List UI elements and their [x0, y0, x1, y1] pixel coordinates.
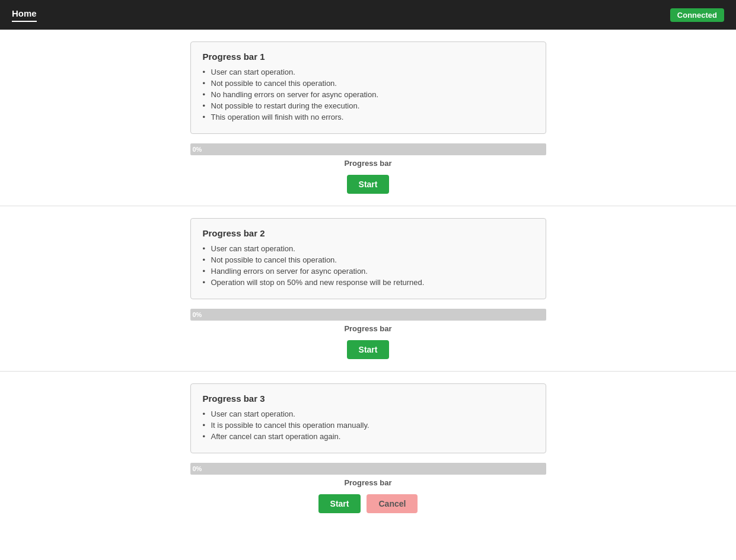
list-item: After cancel can start operation again. [203, 432, 534, 441]
list-item: Not possible to cancel this operation. [203, 79, 534, 88]
bullet-list-2: User can start operation. Not possible t… [203, 244, 534, 287]
progress-text-2: Progress bar [190, 324, 546, 333]
section-progress-bar-2: Progress bar 2 User can start operation.… [184, 218, 552, 359]
section-title-3: Progress bar 3 [203, 393, 534, 404]
home-nav-link[interactable]: Home [12, 8, 37, 22]
progress-percent-1: 0% [193, 146, 202, 153]
bullet-list-3: User can start operation. It is possible… [203, 409, 534, 441]
button-row-2: Start [190, 340, 546, 359]
button-row-3: Start Cancel [190, 494, 546, 513]
section-progress-bar-3: Progress bar 3 User can start operation.… [184, 383, 552, 513]
section-title-2: Progress bar 2 [203, 228, 534, 238]
info-card-1: Progress bar 1 User can start operation.… [190, 41, 546, 134]
start-button-3[interactable]: Start [318, 494, 361, 513]
separator-1 [0, 206, 736, 206]
progress-text-3: Progress bar [190, 478, 546, 487]
progress-track-1: 0% [190, 143, 546, 155]
progress-bar-3: 0% [190, 463, 546, 475]
list-item: Not possible to cancel this operation. [203, 255, 534, 264]
progress-track-3: 0% [190, 463, 546, 475]
list-item: User can start operation. [203, 68, 534, 76]
list-item: Operation will stop on 50% and new respo… [203, 278, 534, 287]
info-card-2: Progress bar 2 User can start operation.… [190, 218, 546, 299]
connected-badge: Connected [670, 8, 724, 22]
list-item: No handling errors on server for async o… [203, 90, 534, 99]
list-item: Not possible to restart during the execu… [203, 101, 534, 110]
button-row-1: Start [190, 175, 546, 194]
start-button-1[interactable]: Start [347, 175, 390, 194]
main-content: Progress bar 1 User can start operation.… [0, 30, 736, 531]
list-item: User can start operation. [203, 409, 534, 418]
bullet-list-1: User can start operation. Not possible t… [203, 68, 534, 121]
cancel-button-3[interactable]: Cancel [367, 494, 418, 513]
progress-bar-1: 0% [190, 143, 546, 155]
list-item: This operation will finish with no error… [203, 113, 534, 121]
section-progress-bar-1: Progress bar 1 User can start operation.… [184, 41, 552, 194]
progress-text-1: Progress bar [190, 159, 546, 168]
separator-2 [0, 371, 736, 372]
progress-percent-3: 0% [193, 465, 202, 472]
progress-bar-2: 0% [190, 309, 546, 321]
start-button-2[interactable]: Start [347, 340, 390, 359]
list-item: User can start operation. [203, 244, 534, 253]
progress-track-2: 0% [190, 309, 546, 321]
progress-percent-2: 0% [193, 311, 202, 318]
section-title-1: Progress bar 1 [203, 52, 534, 62]
list-item: Handling errors on server for async oper… [203, 267, 534, 276]
list-item: It is possible to cancel this operation … [203, 421, 534, 430]
info-card-3: Progress bar 3 User can start operation.… [190, 383, 546, 453]
navbar: Home Connected [0, 0, 736, 30]
